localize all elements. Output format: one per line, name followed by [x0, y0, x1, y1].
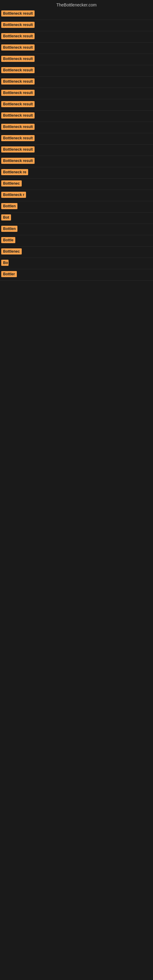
list-item: Bottleneck re	[0, 167, 153, 178]
bottleneck-result-badge[interactable]: Bottleneck result	[1, 56, 35, 62]
list-item: Bo	[0, 258, 153, 269]
bottleneck-result-badge[interactable]: Bottleneck result	[1, 90, 35, 96]
list-item: Bottleneck result	[0, 122, 153, 133]
bottleneck-result-badge[interactable]: Bottlenec	[1, 180, 22, 186]
list-item: Bottleneck result	[0, 99, 153, 111]
list-item: Bottlenec	[0, 178, 153, 190]
list-item: Bottleneck result	[0, 156, 153, 167]
bottleneck-result-badge[interactable]: Bottleneck result	[1, 146, 35, 153]
list-item: Bottleneck result	[0, 54, 153, 65]
bottleneck-result-badge[interactable]: Bottleneck re	[1, 169, 28, 175]
list-item: Bottleneck result	[0, 76, 153, 88]
bottleneck-result-badge[interactable]: Bottler	[1, 271, 17, 277]
bottleneck-result-badge[interactable]: Bottlen	[1, 226, 18, 232]
list-item: Bottleneck result	[0, 9, 153, 20]
list-item: Bottleneck result	[0, 88, 153, 99]
list-item: Bottlen	[0, 224, 153, 235]
bottleneck-result-badge[interactable]: Bottleneck result	[1, 78, 35, 84]
list-item: Bottleneck result	[0, 31, 153, 43]
list-item: Bottlenec	[0, 247, 153, 258]
list-item: Bottleneck result	[0, 20, 153, 31]
list-item: Bottleneck result	[0, 65, 153, 76]
list-item: Bottler	[0, 269, 153, 280]
bottleneck-result-badge[interactable]: Bottlen	[1, 203, 18, 209]
bottleneck-result-badge[interactable]: Bottlenec	[1, 248, 22, 255]
bottleneck-result-badge[interactable]: Bottleneck result	[1, 10, 35, 16]
site-title: TheBottlenecker.com	[0, 0, 153, 9]
bottleneck-result-badge[interactable]: Bottleneck result	[1, 135, 35, 141]
list-item: Bottleneck r	[0, 190, 153, 201]
list-item: Bottleneck result	[0, 133, 153, 145]
bottleneck-result-badge[interactable]: Bottleneck result	[1, 33, 35, 39]
bottleneck-result-badge[interactable]: Bottleneck result	[1, 101, 35, 107]
list-item: Bottleneck result	[0, 111, 153, 122]
bottleneck-result-badge[interactable]: Bottleneck result	[1, 158, 35, 164]
bottleneck-result-badge[interactable]: Bottleneck result	[1, 22, 35, 28]
list-item: Bot	[0, 213, 153, 224]
list-item: Bottleneck result	[0, 145, 153, 156]
bottleneck-result-badge[interactable]: Bottleneck result	[1, 124, 35, 130]
list-item: Bottleneck result	[0, 43, 153, 54]
bottleneck-result-badge[interactable]: Bottleneck result	[1, 45, 35, 51]
list-item: Bottle	[0, 235, 153, 247]
bottleneck-result-badge[interactable]: Bottleneck result	[1, 112, 35, 119]
bottleneck-result-badge[interactable]: Bottleneck result	[1, 67, 35, 73]
rows-container: Bottleneck resultBottleneck resultBottle…	[0, 9, 153, 280]
bottleneck-result-badge[interactable]: Bottleneck r	[1, 192, 26, 198]
list-item: Bottlen	[0, 201, 153, 213]
bottleneck-result-badge[interactable]: Bottle	[1, 237, 15, 243]
bottleneck-result-badge[interactable]: Bo	[1, 260, 9, 266]
site-header: TheBottlenecker.com	[0, 0, 153, 9]
bottleneck-result-badge[interactable]: Bot	[1, 215, 11, 221]
